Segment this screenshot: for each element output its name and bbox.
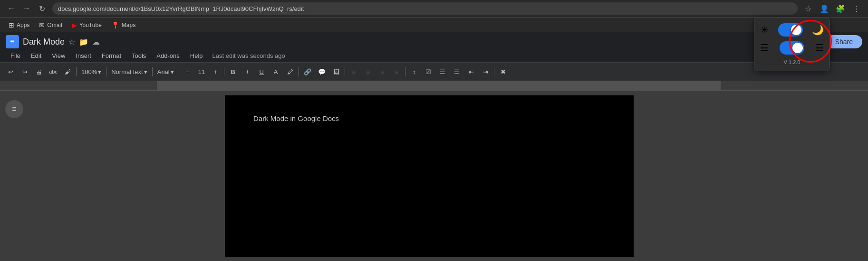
separator-2 [106,67,106,76]
share-button[interactable]: Share [826,35,862,48]
separator-1 [76,67,77,76]
menu-edit[interactable]: Edit [26,50,46,61]
indent-more-button[interactable]: ⇥ [479,65,492,79]
docs-menu-row: File Edit View Insert Format Tools Add-o… [6,49,862,62]
apps-icon: ⊞ [9,21,14,29]
docs-header: ≡ Dark Mode ☆ 📁 ☁ Share File Edit View I… [0,32,868,62]
docs-title-row: ≡ Dark Mode ☆ 📁 ☁ Share [6,35,862,48]
back-button[interactable]: ← [5,2,18,15]
underline-button[interactable]: U [255,65,268,79]
docs-logo: ≡ [6,35,19,48]
italic-button[interactable]: I [241,65,254,79]
last-edit-status[interactable]: Last edit was seconds ago [212,52,285,59]
cloud-icon[interactable]: ☁ [92,37,100,47]
highlight-button[interactable]: 🖊 [283,65,297,79]
toggle-thumb-2 [792,43,803,53]
numbered-list-button[interactable]: ☰ [450,65,463,79]
redo-button[interactable]: ↪ [18,65,31,79]
doc-page[interactable]: Dark Mode in Google Docs [225,95,634,257]
font-size-value: 11 [198,68,205,75]
bookmark-apps[interactable]: ⊞ Apps [5,20,33,30]
font-value: Arial [157,68,170,75]
extensions-icon[interactable]: 🧩 [834,2,847,15]
toggle-track-1[interactable] [778,23,803,37]
style-dropdown[interactable]: Normal text ▾ [108,65,150,79]
address-bar[interactable] [52,2,798,15]
menu-addons[interactable]: Add-ons [152,50,184,61]
star-icon[interactable]: ☆ [68,37,75,47]
sun-icon: ☀ [760,24,769,36]
menu-format[interactable]: Format [97,50,126,61]
bookmark-youtube[interactable]: ▶ YouTube [68,20,106,30]
more-menu-button[interactable]: ⋮ [850,2,863,15]
youtube-icon: ▶ [72,21,77,29]
chrome-browser-bar: ← → ↻ ☆ 👤 🧩 ⋮ [0,0,868,17]
separator-6 [299,67,299,76]
style-chevron-icon: ▾ [144,68,147,75]
list-left-icon: ☰ [760,42,769,54]
separator-7 [345,67,345,76]
refresh-button[interactable]: ↻ [35,2,48,15]
dark-toggle-2[interactable] [780,41,804,55]
doc-content-text[interactable]: Dark Mode in Google Docs [253,114,605,122]
zoom-dropdown[interactable]: 100% ▾ [78,65,104,79]
bookmark-maps[interactable]: 📍 Maps [107,20,139,30]
toggle-track-2[interactable] [780,41,804,55]
separator-9 [494,67,494,76]
image-button[interactable]: 🖼 [329,65,343,79]
profile-icon[interactable]: 👤 [818,2,831,15]
checklist-button[interactable]: ☑ [422,65,435,79]
forward-button[interactable]: → [20,2,33,15]
bookmark-gmail[interactable]: ✉ Gmail [35,20,66,30]
bold-button[interactable]: B [226,65,240,79]
align-left-button[interactable]: ≡ [347,65,360,79]
line-spacing-button[interactable]: ↕ [407,65,421,79]
format-toolbar: ↩ ↪ 🖨 abc 🖌 100% ▾ Normal text ▾ Arial ▾… [0,62,868,81]
font-size-decrease-button[interactable]: − [181,65,194,79]
sidebar-left: ≡ [0,91,29,257]
link-button[interactable]: 🔗 [301,65,314,79]
bookmark-bar: ⊞ Apps ✉ Gmail ▶ YouTube 📍 Maps [0,17,868,32]
comment-button[interactable]: 💬 [315,65,328,79]
bookmark-maps-label: Maps [122,22,135,28]
undo-button[interactable]: ↩ [4,65,17,79]
separator-3 [152,67,153,76]
font-size-increase-button[interactable]: + [209,65,222,79]
maps-icon: 📍 [111,21,119,29]
doc-title[interactable]: Dark Mode [23,37,65,47]
menu-tools[interactable]: Tools [127,50,151,61]
print-button[interactable]: 🖨 [32,65,46,79]
align-justify-button[interactable]: ≡ [390,65,403,79]
menu-help[interactable]: Help [185,50,208,61]
gmail-icon: ✉ [39,21,45,29]
dark-mode-popup: ☀ 🌙 ☰ ☰ V 1.2.0 [754,17,830,71]
font-dropdown[interactable]: Arial ▾ [154,65,177,79]
ruler [0,81,868,91]
align-right-button[interactable]: ≡ [376,65,389,79]
bookmark-icon[interactable]: ☆ [801,2,815,15]
menu-view[interactable]: View [47,50,70,61]
menu-insert[interactable]: Insert [71,50,96,61]
docs-header-right: Share [826,35,862,48]
outline-button[interactable]: ≡ [5,100,23,118]
dark-toggle-1[interactable] [778,23,803,37]
spell-check-button[interactable]: abc [47,65,60,79]
clear-formatting-button[interactable]: ✖ [496,65,510,79]
popup-row-1: ☀ 🌙 [760,23,824,37]
indent-less-button[interactable]: ⇤ [464,65,478,79]
paint-format-button[interactable]: 🖌 [61,65,74,79]
font-size-dropdown[interactable]: 11 [195,65,208,79]
separator-4 [179,67,179,76]
nav-buttons: ← → ↻ [5,2,48,15]
text-color-button[interactable]: A [269,65,282,79]
zoom-value: 100% [81,68,97,75]
popup-version: V 1.2.0 [760,59,824,65]
folder-icon[interactable]: 📁 [79,37,88,47]
menu-file[interactable]: File [6,50,25,61]
align-center-button[interactable]: ≡ [361,65,375,79]
popup-row-2: ☰ ☰ [760,41,824,55]
list-right-icon: ☰ [815,42,824,54]
chrome-actions: ☆ 👤 🧩 ⋮ [801,2,863,15]
bullet-list-button[interactable]: ☰ [436,65,449,79]
bookmark-gmail-label: Gmail [47,22,62,28]
